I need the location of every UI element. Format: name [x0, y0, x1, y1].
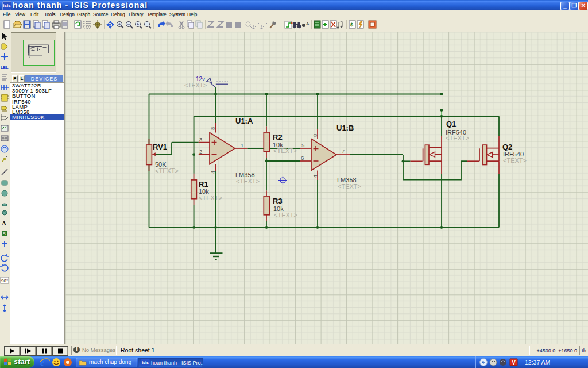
- svg-text:5: 5: [301, 142, 304, 148]
- svg-text:RV1: RV1: [153, 143, 167, 151]
- svg-text:8: 8: [210, 127, 216, 130]
- svg-text:12v: 12v: [196, 76, 205, 82]
- svg-text:R3: R3: [273, 197, 283, 205]
- svg-text:<TEXT>: <TEXT>: [503, 157, 527, 164]
- svg-text:90°: 90°: [1, 278, 8, 283]
- svg-text:A: A: [306, 21, 310, 26]
- svg-text:R2: R2: [273, 133, 283, 141]
- svg-text:<TEXT>: <TEXT>: [236, 178, 260, 185]
- svg-text:Q1: Q1: [446, 120, 456, 128]
- svg-text:2: 2: [199, 148, 202, 155]
- svg-text:<TEXT>: <TEXT>: [273, 147, 297, 154]
- svg-text:4: 4: [312, 175, 318, 178]
- svg-text:<TEXT>: <TEXT>: [184, 82, 207, 89]
- svg-text:<TEXT>: <TEXT>: [199, 194, 222, 201]
- svg-text:<TEXT>: <TEXT>: [155, 167, 179, 174]
- svg-text:LBL: LBL: [1, 66, 9, 70]
- svg-text:U1:A: U1:A: [235, 117, 253, 125]
- svg-text:S: S: [3, 231, 6, 236]
- svg-text:3: 3: [199, 136, 202, 143]
- svg-text:6: 6: [301, 155, 304, 161]
- svg-text:A: A: [2, 220, 6, 227]
- svg-text:V: V: [512, 359, 516, 366]
- svg-text:8: 8: [312, 134, 318, 137]
- svg-text:U1:B: U1:B: [336, 124, 354, 132]
- svg-text:<TEXT>: <TEXT>: [338, 183, 361, 190]
- svg-text:7: 7: [342, 148, 345, 154]
- svg-text:R1: R1: [199, 180, 208, 189]
- svg-text:1: 1: [241, 142, 243, 148]
- svg-text:4: 4: [210, 171, 216, 174]
- svg-text:<TEXT>: <TEXT>: [446, 135, 469, 141]
- svg-text:Q2: Q2: [502, 143, 512, 151]
- svg-text:$: $: [350, 22, 353, 28]
- svg-text:<TEXT>: <TEXT>: [274, 212, 297, 218]
